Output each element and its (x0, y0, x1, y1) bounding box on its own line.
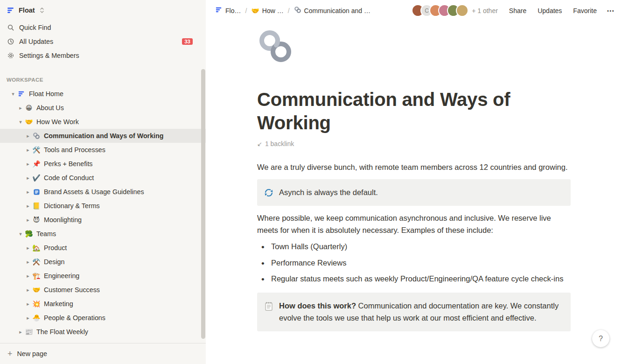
callout-text-wrap: How does this work? Communication and do… (279, 300, 563, 324)
page-label: How We Work (36, 118, 79, 126)
paragraph-intro[interactable]: We are a truly diverse bunch, with remot… (257, 161, 571, 174)
breadcrumb-label: How … (262, 7, 284, 14)
page-label: The Float Weekly (36, 328, 88, 336)
sidebar-page-perks-benefits[interactable]: ▸📌Perks + Benefits (0, 157, 206, 171)
topbar-right: C + 1 other ShareUpdatesFavorite ••• (412, 4, 615, 17)
toggle-icon[interactable]: ▸ (24, 245, 32, 251)
refresh-icon (264, 188, 274, 198)
toggle-icon[interactable]: ▾ (9, 91, 17, 97)
emoji-icon: 🛠️ (32, 146, 41, 154)
sidebar-item-settings-members[interactable]: Settings & Members (0, 49, 206, 63)
updates-button[interactable]: Updates (538, 7, 562, 14)
sidebar-page-moonlighting[interactable]: ▸😈Moonlighting (0, 213, 206, 227)
emoji-icon: ✔️ (32, 174, 41, 182)
page-title[interactable]: Communication and Ways of Working (257, 88, 571, 134)
share-button[interactable]: Share (509, 7, 526, 14)
sidebar-page-tools-and-processes[interactable]: ▸🛠️Tools and Processes (0, 143, 206, 157)
main-area: Flo…/🤝How …/Communication and … C + 1 ot… (206, 0, 622, 364)
gear-icon (7, 52, 15, 59)
sidebar-item-label: All Updates (19, 38, 53, 45)
sidebar: Float Quick FindAll Updates33Settings & … (0, 0, 206, 364)
new-page-label: New page (17, 350, 47, 357)
toggle-icon[interactable]: ▸ (24, 161, 32, 167)
page-icon[interactable] (257, 27, 294, 64)
emoji-icon: 🏡 (32, 244, 41, 252)
page-label: Marketing (44, 300, 73, 308)
sidebar-page-communication-and-ways-of-working[interactable]: ▸Communication and Ways of Working (0, 129, 206, 143)
new-page-button[interactable]: + New page (0, 343, 206, 364)
bullet-item[interactable]: Town Halls (Quarterly) (257, 241, 571, 253)
bullet-item[interactable]: Performance Reviews (257, 257, 571, 269)
toggle-icon[interactable]: ▸ (24, 217, 32, 223)
sidebar-tree: ▾Float Home▸😀About Us▾🤝How We Work▸Commu… (0, 87, 206, 339)
favorite-button[interactable]: Favorite (573, 7, 597, 14)
toggle-icon[interactable]: ▸ (24, 315, 32, 321)
breadcrumb-item-1[interactable]: Flo… (215, 6, 241, 15)
toggle-icon[interactable]: ▸ (24, 189, 32, 195)
page-label: Float Home (29, 90, 63, 98)
toggle-icon[interactable]: ▸ (24, 133, 32, 139)
sidebar-page-about-us[interactable]: ▸😀About Us (0, 101, 206, 115)
backlink-button[interactable]: ↙ 1 backlink (257, 140, 294, 147)
sidebar-page-engineering[interactable]: ▸🏗️Engineering (0, 269, 206, 283)
sidebar-item-label: Quick Find (19, 24, 51, 31)
callout-bold-text: How does this work? (279, 301, 356, 310)
toggle-icon[interactable]: ▸ (17, 105, 24, 111)
sidebar-page-teams[interactable]: ▾🥦Teams (0, 227, 206, 241)
sidebar-page-code-of-conduct[interactable]: ▸✔️Code of Conduct (0, 171, 206, 185)
more-collaborators[interactable]: + 1 other (472, 7, 498, 14)
breadcrumb-item-3[interactable]: Communication and … (294, 6, 370, 15)
callout-text: Asynch is always the default. (279, 187, 378, 199)
breadcrumb: Flo…/🤝How …/Communication and … (215, 6, 370, 15)
toggle-icon[interactable]: ▸ (17, 329, 24, 335)
bullet-list: Town Halls (Quarterly)Performance Review… (257, 241, 571, 285)
float-logo (17, 90, 26, 98)
toggle-icon[interactable]: ▸ (24, 203, 32, 209)
emoji-icon: 😈 (32, 216, 41, 224)
toggle-icon[interactable]: ▸ (24, 287, 32, 293)
page-label: Communication and Ways of Working (44, 132, 164, 140)
sidebar-page-the-float-weekly[interactable]: ▸📰The Float Weekly (0, 325, 206, 339)
sidebar-page-design[interactable]: ▸⚒️Design (0, 255, 206, 269)
toggle-icon[interactable]: ▸ (24, 273, 32, 279)
sidebar-page-brand-assets-usage-guidelines[interactable]: ▸Brand Assets & Usage Guidelines (0, 185, 206, 199)
toggle-icon[interactable]: ▸ (24, 301, 32, 307)
more-menu-button[interactable]: ••• (607, 8, 615, 14)
page-label: People & Operations (44, 314, 105, 322)
callout-async[interactable]: Asynch is always the default. (257, 179, 571, 206)
float-logo (215, 6, 223, 15)
topbar-actions: ShareUpdatesFavorite (509, 7, 597, 14)
sidebar-item-quick-find[interactable]: Quick Find (0, 21, 206, 35)
workspace-name: Float (19, 7, 35, 14)
toggle-icon[interactable]: ▾ (17, 231, 24, 237)
collaborator-avatar[interactable] (456, 4, 468, 17)
sidebar-scrollbar[interactable] (201, 69, 205, 339)
paragraph-body[interactable]: Where possible, we keep communication as… (257, 212, 571, 236)
sidebar-page-product[interactable]: ▸🏡Product (0, 241, 206, 255)
sidebar-page-people-operations[interactable]: ▸🐣People & Operations (0, 311, 206, 325)
emoji-icon: 📌 (32, 160, 41, 168)
toggle-icon[interactable]: ▾ (17, 119, 24, 125)
page-label: Moonlighting (44, 216, 82, 224)
sidebar-page-dictionary-terms[interactable]: ▸📒Dictionary & Terms (0, 199, 206, 213)
toggle-icon[interactable]: ▸ (24, 175, 32, 181)
sidebar-page-marketing[interactable]: ▸💥Marketing (0, 297, 206, 311)
sidebar-page-how-we-work[interactable]: ▾🤝How We Work (0, 115, 206, 129)
sidebar-page-float-home[interactable]: ▾Float Home (0, 87, 206, 101)
sidebar-item-all-updates[interactable]: All Updates33 (0, 35, 206, 49)
chain-icon (32, 132, 41, 140)
emoji-icon: 🥦 (24, 230, 34, 238)
page-label: Tools and Processes (44, 146, 105, 154)
emoji-icon: ⚒️ (32, 258, 41, 266)
help-button[interactable]: ? (592, 330, 609, 347)
callout-how[interactable]: How does this work? Communication and do… (257, 293, 571, 331)
sidebar-page-customer-success[interactable]: ▸🤝Customer Success (0, 283, 206, 297)
bullet-item[interactable]: Regular status meets such as weekly Prod… (257, 273, 571, 285)
page-label: Brand Assets & Usage Guidelines (44, 188, 144, 196)
toggle-icon[interactable]: ▸ (24, 259, 32, 265)
breadcrumb-item-2[interactable]: 🤝How … (251, 7, 283, 14)
page-label: Customer Success (44, 286, 100, 294)
toggle-icon[interactable]: ▸ (24, 147, 32, 153)
workspace-switcher[interactable]: Float (0, 0, 206, 21)
page-label: Code of Conduct (44, 174, 94, 182)
